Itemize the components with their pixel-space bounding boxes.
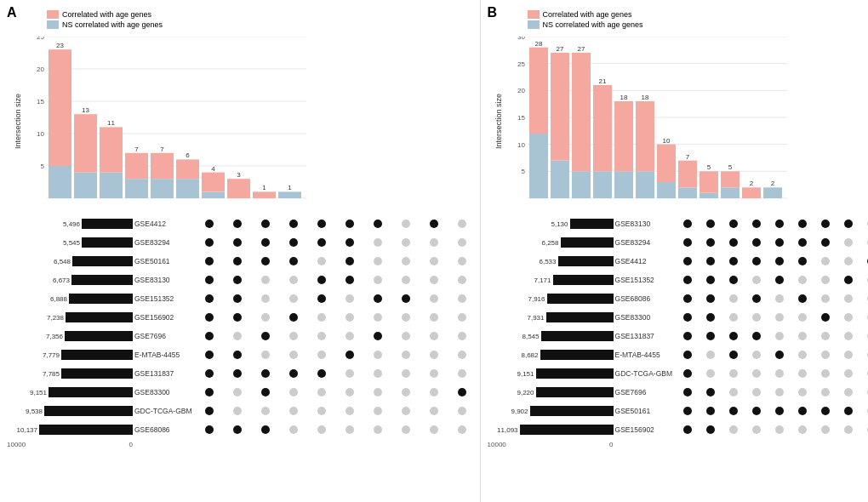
dot-cell bbox=[252, 289, 280, 308]
dot-cell bbox=[791, 271, 814, 289]
dot-cell bbox=[814, 308, 837, 327]
dot-empty bbox=[752, 369, 761, 378]
dot-empty bbox=[345, 294, 354, 303]
dot-cell bbox=[280, 308, 308, 327]
dot-filled bbox=[729, 238, 738, 247]
dot-filled bbox=[683, 257, 692, 265]
dot-cell bbox=[364, 289, 392, 308]
svg-text:21: 21 bbox=[598, 77, 606, 85]
set-size-value: 9,220 bbox=[504, 389, 534, 396]
dot-cell bbox=[420, 252, 448, 271]
svg-rect-85 bbox=[742, 187, 761, 198]
set-name-label: E-MTAB-4455 bbox=[134, 345, 192, 364]
x-axis-row: 100000 bbox=[488, 439, 614, 448]
dot-empty bbox=[402, 257, 410, 265]
dot-cell bbox=[392, 289, 420, 308]
dot-empty bbox=[374, 388, 382, 396]
dot-empty bbox=[289, 425, 298, 434]
dot-filled bbox=[683, 407, 692, 415]
dot-cell bbox=[791, 233, 814, 252]
bar-chart-svg: 5101520252313117764311 bbox=[26, 37, 306, 211]
svg-rect-58 bbox=[551, 53, 569, 161]
dot-empty bbox=[261, 351, 270, 359]
dot-column bbox=[859, 214, 868, 439]
svg-rect-79 bbox=[700, 171, 718, 192]
svg-text:11: 11 bbox=[107, 119, 115, 127]
set-size-value: 7,931 bbox=[514, 314, 545, 322]
svg-rect-29 bbox=[202, 191, 225, 198]
dot-cell bbox=[722, 289, 745, 308]
legend-correlated-label: Correlated with age genes bbox=[543, 10, 632, 19]
set-size-row: 11,093 bbox=[488, 420, 614, 439]
dot-column bbox=[699, 214, 722, 439]
dot-empty bbox=[752, 351, 761, 359]
dot-cell bbox=[224, 308, 252, 327]
svg-text:6: 6 bbox=[186, 151, 190, 159]
set-size-row: 7,238 bbox=[33, 308, 133, 327]
dot-filled bbox=[374, 294, 382, 303]
dot-empty bbox=[289, 294, 298, 303]
svg-text:28: 28 bbox=[534, 40, 542, 48]
dot-cell bbox=[364, 402, 392, 420]
dot-filled bbox=[752, 332, 761, 340]
dot-filled bbox=[683, 369, 692, 378]
dot-empty bbox=[345, 332, 354, 340]
dot-cell bbox=[364, 364, 392, 383]
dot-cell bbox=[224, 345, 252, 364]
dot-filled bbox=[729, 332, 738, 340]
dot-cell bbox=[676, 402, 699, 420]
dot-cell bbox=[676, 383, 699, 402]
set-size-row: 6,533 bbox=[526, 252, 614, 271]
dot-cell bbox=[224, 289, 252, 308]
dot-filled bbox=[706, 332, 715, 340]
dot-cell bbox=[722, 364, 745, 383]
dot-cell bbox=[392, 383, 420, 402]
dot-filled bbox=[775, 276, 784, 284]
svg-rect-60 bbox=[572, 171, 591, 198]
dot-column bbox=[837, 214, 859, 439]
set-name-label: GSE156902 bbox=[615, 420, 673, 439]
svg-rect-18 bbox=[100, 127, 123, 172]
set-size-row: 5,545 bbox=[49, 233, 133, 252]
set-size-bar bbox=[520, 425, 614, 435]
set-size-bar bbox=[570, 219, 614, 229]
svg-text:7: 7 bbox=[685, 153, 689, 161]
svg-text:4: 4 bbox=[211, 165, 215, 173]
bottom-section: 5,4965,5456,5486,6736,8887,2387,3567,779… bbox=[7, 214, 477, 495]
x-axis-label-left: 10000 bbox=[7, 441, 26, 448]
dot-cell bbox=[364, 383, 392, 402]
dot-cell bbox=[676, 364, 699, 383]
dot-cell bbox=[364, 233, 392, 252]
set-size-bar bbox=[72, 256, 133, 266]
dot-cell bbox=[768, 420, 791, 439]
dot-filled bbox=[233, 257, 242, 265]
dot-cell bbox=[308, 233, 336, 252]
svg-rect-82 bbox=[721, 171, 740, 187]
dot-filled bbox=[233, 238, 242, 247]
dot-filled bbox=[752, 257, 761, 265]
dot-filled bbox=[289, 369, 298, 378]
dot-cell bbox=[676, 327, 699, 345]
svg-rect-36 bbox=[253, 191, 276, 198]
dot-cell bbox=[364, 252, 392, 271]
dot-cell bbox=[722, 308, 745, 327]
dot-cell bbox=[252, 233, 280, 252]
dot-cell bbox=[768, 233, 791, 252]
dot-filled bbox=[317, 238, 326, 247]
dot-filled bbox=[844, 407, 853, 415]
svg-rect-30 bbox=[202, 173, 225, 192]
dot-cell bbox=[699, 327, 722, 345]
dot-empty bbox=[317, 257, 326, 265]
dot-filled bbox=[752, 220, 761, 228]
dot-cell bbox=[308, 252, 336, 271]
dot-cell bbox=[722, 420, 745, 439]
dot-cell bbox=[336, 271, 364, 289]
svg-rect-72 bbox=[657, 182, 676, 198]
dot-cell bbox=[336, 289, 364, 308]
dot-filled bbox=[374, 332, 382, 340]
svg-rect-15 bbox=[74, 114, 97, 172]
dot-filled bbox=[205, 351, 214, 359]
svg-rect-66 bbox=[614, 171, 633, 198]
dot-column bbox=[336, 214, 364, 439]
set-size-bar bbox=[49, 387, 133, 397]
